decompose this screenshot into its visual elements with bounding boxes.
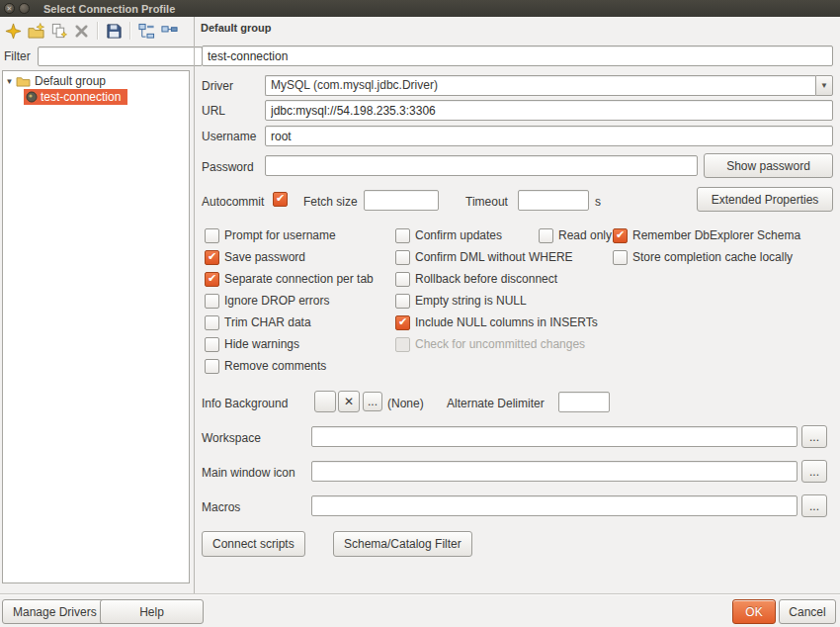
group-header: Default group (201, 22, 272, 34)
save-profiles-button[interactable] (103, 19, 126, 43)
option-remember-dbexplorer-schema[interactable]: Remember DbExplorer Schema (613, 224, 840, 246)
window-minimize-button[interactable] (19, 3, 30, 14)
tree-group-label: Default group (31, 74, 110, 88)
main-window-icon-input[interactable] (311, 461, 798, 482)
options-grid: Prompt for username Save password Separa… (205, 224, 840, 377)
chevron-down-icon[interactable]: ▼ (815, 75, 833, 96)
driver-combobox[interactable]: MySQL (com.mysql.jdbc.Driver) ▼ (265, 75, 833, 96)
option-label: Ignore DROP errors (224, 294, 329, 308)
option-confirm-dml-without-where[interactable]: Confirm DML without WHERE (395, 246, 539, 268)
help-button[interactable]: Help (100, 599, 204, 624)
tree-group-default[interactable]: ▼ Default group (3, 73, 189, 89)
autocommit-checkbox[interactable] (273, 188, 288, 210)
checkbox-icon (205, 228, 219, 243)
option-include-null-columns-in-inserts[interactable]: Include NULL columns in INSERTs (395, 312, 539, 333)
toolbar-separator (129, 22, 131, 40)
timeout-input[interactable] (518, 190, 589, 211)
option-label: Empty string is NULL (415, 294, 527, 308)
checkbox-icon (395, 315, 410, 330)
timeout-label: Timeout (465, 195, 508, 210)
checkbox-icon (205, 250, 219, 265)
option-prompt-for-username[interactable]: Prompt for username (205, 224, 395, 246)
option-label: Prompt for username (224, 228, 336, 242)
main-window-icon-browse-button[interactable]: ... (801, 460, 827, 483)
info-background-clear-button[interactable]: ✕ (338, 391, 360, 412)
macros-browse-button[interactable]: ... (801, 494, 827, 517)
profile-name-input[interactable] (202, 45, 833, 66)
filter-label: Filter (4, 49, 31, 63)
option-remove-comments[interactable]: Remove comments (205, 355, 395, 377)
workspace-browse-button[interactable]: ... (801, 425, 827, 448)
expand-groups-icon (138, 23, 155, 40)
macros-input[interactable] (311, 495, 798, 516)
tree-item-selected[interactable]: test-connection (24, 89, 127, 105)
checkbox-icon (395, 337, 410, 352)
save-icon (106, 23, 123, 40)
option-hide-warnings[interactable]: Hide warnings (205, 333, 395, 355)
main-window-icon-label: Main window icon (202, 466, 295, 481)
info-background-label: Info Background (202, 397, 288, 411)
checkbox-icon (205, 294, 219, 309)
checkbox-icon (205, 359, 219, 374)
option-store-completion-cache-locally[interactable]: Store completion cache locally (613, 246, 840, 268)
manage-drivers-button[interactable]: Manage Drivers (2, 599, 108, 624)
tree-item-test-connection[interactable]: test-connection (3, 89, 189, 105)
alternate-delimiter-label: Alternate Delimiter (447, 397, 545, 411)
option-label: Remove comments (224, 359, 326, 373)
show-password-button[interactable]: Show password (704, 153, 833, 178)
delete-profile-button[interactable] (70, 19, 93, 43)
schema-catalog-filter-button[interactable]: Schema/Catalog Filter (333, 531, 472, 557)
cancel-button[interactable]: Cancel (779, 599, 836, 624)
copy-profile-button[interactable] (47, 19, 70, 43)
new-group-button[interactable] (25, 19, 47, 43)
connect-scripts-button[interactable]: Connect scripts (202, 531, 305, 557)
checkbox-icon (205, 337, 219, 352)
workspace-input[interactable] (311, 426, 798, 447)
toolbar-separator (97, 22, 99, 40)
info-background-color-button[interactable] (314, 391, 336, 412)
option-ignore-drop-errors[interactable]: Ignore DROP errors (205, 290, 395, 312)
ellipsis-icon: ... (809, 430, 819, 444)
timeout-unit: s (595, 195, 601, 210)
window-close-button[interactable]: ✕ (4, 3, 15, 14)
option-trim-char-data[interactable]: Trim CHAR data (205, 312, 395, 333)
option-label: Confirm updates (415, 228, 502, 242)
password-input[interactable] (265, 155, 698, 176)
url-input[interactable] (265, 100, 833, 121)
expand-groups-button[interactable] (135, 19, 158, 43)
option-label: Read only (558, 228, 612, 242)
alternate-delimiter-input[interactable] (558, 392, 610, 412)
option-read-only[interactable]: Read only (539, 224, 613, 246)
ellipsis-icon: ... (809, 465, 819, 479)
options-column-2: Confirm updates Confirm DML without WHER… (395, 224, 539, 377)
autocommit-label: Autocommit (202, 195, 264, 210)
checkbox-icon (273, 192, 288, 207)
macros-label: Macros (202, 500, 240, 515)
new-profile-icon (5, 23, 22, 40)
clear-icon: ✕ (344, 395, 354, 408)
option-confirm-updates[interactable]: Confirm updates (395, 224, 539, 246)
profile-icon (26, 91, 38, 103)
checkbox-icon (395, 228, 410, 243)
option-save-password[interactable]: Save password (205, 246, 395, 268)
filter-input[interactable] (38, 46, 203, 66)
panel-separator (194, 17, 195, 593)
option-rollback-before-disconnect[interactable]: Rollback before disconnect (395, 268, 539, 290)
info-background-browse-button[interactable]: ... (363, 392, 382, 411)
option-separate-connection-per-tab[interactable]: Separate connection per tab (205, 268, 395, 290)
option-empty-string-is-null[interactable]: Empty string is NULL (395, 290, 539, 312)
fetch-size-input[interactable] (364, 190, 439, 211)
checkbox-icon (205, 315, 219, 330)
profile-tree[interactable]: ▼ Default group test-connection (2, 70, 190, 583)
username-input[interactable] (265, 126, 833, 146)
checkbox-icon (395, 294, 410, 309)
option-label: Rollback before disconnect (415, 272, 557, 286)
filter-row: Filter (4, 46, 190, 66)
username-label: Username (202, 130, 256, 144)
expander-icon[interactable]: ▼ (3, 77, 16, 86)
titlebar: ✕ Select Connection Profile (0, 0, 840, 17)
new-profile-button[interactable] (2, 19, 25, 43)
ok-button[interactable]: OK (732, 599, 776, 624)
collapse-groups-button[interactable] (158, 19, 181, 43)
extended-properties-button[interactable]: Extended Properties (697, 187, 833, 212)
